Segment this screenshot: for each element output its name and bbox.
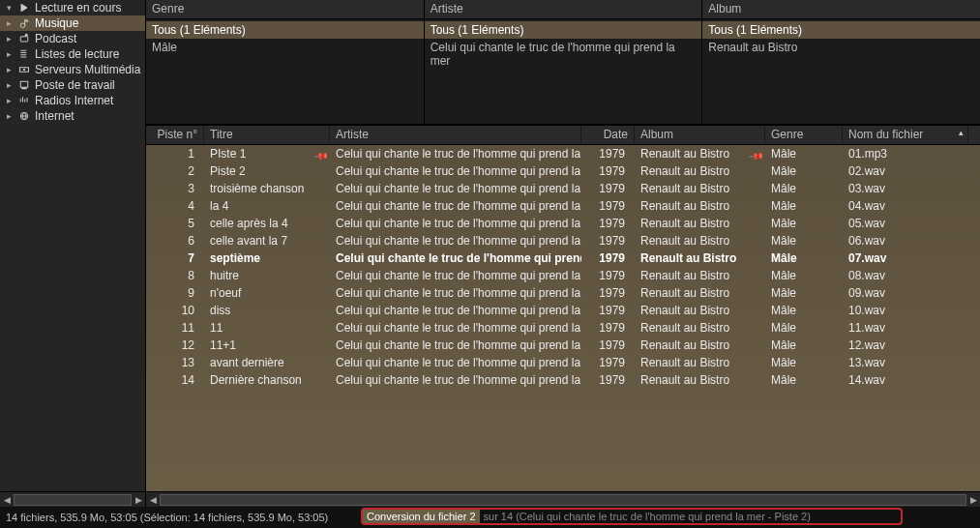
table-row[interactable]: 14Dernière chansonCelui qui chante le tr…: [146, 371, 980, 389]
cell-titre: troisième chanson: [204, 180, 330, 197]
table-row[interactable]: 1PIste 1📌Celui qui chante le truc de l'h…: [146, 145, 980, 162]
sidebar-item-listes-de-lecture[interactable]: ▸Listes de lecture: [0, 46, 145, 62]
table-row[interactable]: 13avant dernièreCelui qui chante le truc…: [146, 354, 980, 371]
chevron-icon[interactable]: ▸: [4, 80, 14, 90]
tree-icon: [17, 47, 31, 61]
filter-album-header[interactable]: Album: [702, 0, 980, 19]
filter-row[interactable]: Renault au Bistro: [702, 39, 980, 56]
track-list: Piste n° Titre Artiste Date Album Genre …: [146, 126, 980, 491]
filter-row[interactable]: Mâle: [146, 39, 424, 56]
table-row[interactable]: 9n'oeufCelui qui chante le truc de l'hom…: [146, 284, 980, 302]
filter-row[interactable]: Celui qui chante le truc de l'homme qui …: [425, 39, 702, 56]
cell-genre: Mâle: [765, 197, 843, 215]
cell-artiste: Celui qui chante le truc de l'homme qui …: [330, 232, 581, 249]
table-row[interactable]: 3troisième chansonCelui qui chante le tr…: [146, 180, 980, 197]
sidebar-item-serveurs-multim-dia[interactable]: ▸Serveurs Multimédia: [0, 62, 145, 77]
track-columns: Piste n° Titre Artiste Date Album Genre …: [146, 126, 980, 145]
chevron-icon[interactable]: ▸: [4, 34, 14, 44]
chevron-icon[interactable]: ▾: [4, 3, 14, 13]
cell-album: Renault au Bistro: [635, 371, 765, 389]
cell-genre: Mâle: [765, 162, 843, 180]
sidebar-item-podcast[interactable]: ▸Podcast: [0, 31, 145, 46]
cell-titre: huitre: [204, 267, 330, 284]
cell-piste: 8: [146, 267, 204, 284]
filter-row[interactable]: Tous (1 Eléments): [146, 21, 424, 39]
table-row[interactable]: 4la 4Celui qui chante le truc de l'homme…: [146, 197, 980, 215]
table-row[interactable]: 1211+1Celui qui chante le truc de l'homm…: [146, 337, 980, 354]
cell-titre: Piste 2: [204, 162, 330, 180]
pin-icon: 📌: [314, 148, 325, 159]
col-date[interactable]: Date: [581, 126, 635, 144]
cell-date: 1979: [581, 319, 635, 337]
tree-icon: [17, 16, 31, 30]
table-row[interactable]: 1111Celui qui chante le truc de l'homme …: [146, 319, 980, 337]
table-row[interactable]: 7septièmeCelui qui chante le truc de l'h…: [146, 249, 980, 267]
sidebar-item-musique[interactable]: ▸Musique: [0, 15, 145, 31]
cell-genre: Mâle: [765, 145, 843, 162]
cell-artiste: Celui qui chante le truc de l'homme qui …: [330, 197, 581, 215]
sidebar-item-poste-de-travail[interactable]: ▸Poste de travail: [0, 77, 145, 93]
table-row[interactable]: 2Piste 2Celui qui chante le truc de l'ho…: [146, 162, 980, 180]
chevron-icon[interactable]: ▸: [4, 65, 14, 74]
scroll-right-icon[interactable]: ▶: [966, 493, 980, 507]
chevron-icon[interactable]: ▸: [4, 96, 14, 105]
table-row[interactable]: 5celle après la 4Celui qui chante le tru…: [146, 215, 980, 232]
cell-date: 1979: [581, 267, 635, 284]
cell-genre: Mâle: [765, 267, 843, 284]
cell-album: Renault au Bistro: [635, 249, 765, 267]
filter-album: Album Tous (1 Eléments)Renault au Bistro: [702, 0, 980, 124]
col-titre[interactable]: Titre: [204, 126, 330, 144]
table-row[interactable]: 10dissCelui qui chante le truc de l'homm…: [146, 302, 980, 319]
filter-genre: Genre Tous (1 Eléments)Mâle: [146, 0, 425, 124]
scroll-right-icon[interactable]: ▶: [132, 493, 145, 507]
chevron-icon[interactable]: ▸: [4, 18, 14, 28]
tree-icon: [17, 32, 31, 45]
cell-album: Renault au Bistro: [635, 354, 765, 371]
sidebar-item-label: Radios Internet: [35, 94, 113, 107]
scroll-left-icon[interactable]: ◀: [0, 493, 14, 507]
cell-titre: diss: [204, 302, 330, 319]
table-row[interactable]: 6celle avant la 7Celui qui chante le tru…: [146, 232, 980, 249]
sidebar-hscroll[interactable]: ◀ ▶: [0, 491, 146, 507]
status-text: 14 fichiers, 535.9 Mo, 53:05 (Sélection:…: [6, 512, 328, 523]
cell-album: Renault au Bistro: [635, 267, 765, 284]
tracks-hscroll[interactable]: ◀ ▶: [146, 491, 980, 507]
sidebar-item-lecture-en-cours[interactable]: ▾Lecture en cours: [0, 0, 145, 15]
cell-date: 1979: [581, 371, 635, 389]
chevron-icon[interactable]: ▸: [4, 49, 14, 59]
col-album[interactable]: Album: [635, 126, 765, 144]
sidebar-item-label: Serveurs Multimédia: [35, 63, 140, 76]
cell-file: 13.wav: [843, 354, 968, 371]
cell-piste: 13: [146, 354, 204, 371]
filter-row[interactable]: Tous (1 Eléments): [702, 21, 980, 39]
filter-artiste: Artiste Tous (1 Eléments)Celui qui chant…: [425, 0, 703, 124]
cell-album: Renault au Bistro: [635, 284, 765, 302]
scroll-left-icon[interactable]: ◀: [146, 493, 160, 507]
cell-file: 14.wav: [843, 371, 968, 389]
cell-file: 10.wav: [843, 302, 968, 319]
cell-date: 1979: [581, 249, 635, 267]
cell-artiste: Celui qui chante le truc de l'homme qui …: [330, 145, 581, 162]
cell-date: 1979: [581, 215, 635, 232]
col-piste[interactable]: Piste n°: [146, 126, 204, 144]
cell-file: 04.wav: [843, 197, 968, 215]
col-genre[interactable]: Genre: [765, 126, 843, 144]
filter-row[interactable]: Tous (1 Eléments): [425, 21, 702, 39]
cell-piste: 9: [146, 284, 204, 302]
col-artiste[interactable]: Artiste: [330, 126, 581, 144]
svg-rect-6: [20, 81, 28, 87]
cell-genre: Mâle: [765, 319, 843, 337]
chevron-icon[interactable]: ▸: [4, 111, 14, 121]
filter-artiste-header[interactable]: Artiste: [425, 0, 702, 19]
filter-genre-header[interactable]: Genre: [146, 0, 424, 19]
table-row[interactable]: 8huitreCelui qui chante le truc de l'hom…: [146, 267, 980, 284]
cell-album: Renault au Bistro: [635, 232, 765, 249]
col-fichier[interactable]: Nom du fichier: [843, 126, 968, 144]
sidebar-item-radios-internet[interactable]: ▸Radios Internet: [0, 93, 145, 108]
cell-piste: 14: [146, 371, 204, 389]
cell-piste: 2: [146, 162, 204, 180]
tree-icon: [17, 109, 31, 123]
sidebar-item-internet[interactable]: ▸Internet: [0, 108, 145, 124]
filter-panes: Genre Tous (1 Eléments)Mâle Artiste Tous…: [146, 0, 980, 126]
cell-album: Renault au Bistro: [635, 337, 765, 354]
